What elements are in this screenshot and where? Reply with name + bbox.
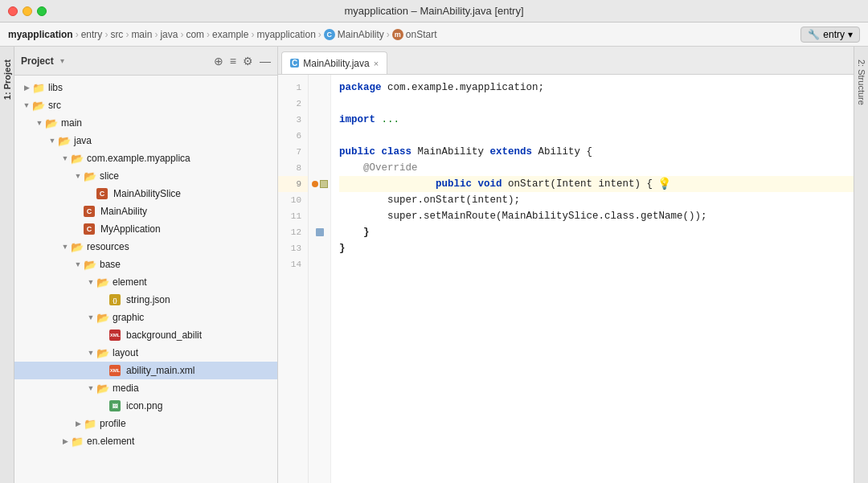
code-content[interactable]: package com.example.myapplication; impor… [331, 75, 854, 483]
tree-item-slice[interactable]: ▼ 📂 slice [14, 167, 277, 185]
gutter-row [309, 112, 330, 128]
tree-item-resources[interactable]: ▼ 📂 resources [14, 238, 277, 256]
lightbulb-icon[interactable]: 💡 [657, 176, 671, 192]
tree-arrow: ▼ [72, 260, 84, 268]
tree-item-stringjson[interactable]: {} string.json [14, 291, 277, 309]
panel-header: Project ▾ ⊕ ≡ ⚙ — [14, 47, 277, 76]
entry-button[interactable]: 🔧 entry ▾ [800, 27, 860, 43]
tree-label: com.example.myapplica [87, 153, 190, 164]
folder-icon: 📂 [84, 170, 96, 182]
tree-item-element[interactable]: ▼ 📂 element [14, 273, 277, 291]
breadcrumb: myapplication › entry › src › main › jav… [0, 23, 868, 47]
folder-icon: 📂 [84, 258, 96, 271]
tree-item-java[interactable]: ▼ 📂 java [14, 132, 277, 149]
tree-item-mainabilityslice[interactable]: C MainAbilitySlice [14, 185, 277, 203]
tree-label: resources [87, 241, 129, 252]
tree-item-com-example[interactable]: ▼ 📂 com.example.myapplica [14, 149, 277, 167]
breadcrumb-example[interactable]: example [212, 29, 248, 40]
line-num: 10 [278, 192, 308, 208]
tree-item-iconpng[interactable]: 🖼 icon.png [14, 397, 277, 415]
tree-item-media[interactable]: ▼ 📂 media [14, 379, 277, 397]
line-num: 12 [278, 224, 308, 240]
method-m-icon: m [392, 29, 403, 40]
line-num: 13 [278, 240, 308, 256]
close-panel-icon[interactable]: — [260, 55, 271, 68]
tree-label: src [48, 100, 61, 111]
tree-label: profile [100, 418, 126, 429]
tree-label: graphic [113, 312, 144, 323]
sidebar-tab-project[interactable]: 1: Project [1, 53, 14, 106]
gutter-row [309, 256, 330, 272]
tree-arrow: ▶ [21, 84, 32, 92]
png-file-icon: 🖼 [109, 400, 121, 411]
tree-arrow: ▼ [59, 243, 71, 251]
folder-icon: 📂 [96, 276, 109, 289]
code-line-11: super.setMainRoute(MainAbilitySlice.clas… [339, 208, 854, 224]
xml-file-icon: XML [109, 365, 121, 376]
tree-item-mainability[interactable]: C MainAbility [14, 203, 277, 220]
gutter-row [309, 224, 330, 240]
tree-label: MainAbility [100, 206, 147, 217]
tree-item-myapplication[interactable]: C MyApplication [14, 220, 277, 238]
gutter-row [309, 80, 330, 96]
breadcrumb-myapplication2[interactable]: myapplication [256, 29, 315, 40]
breadcrumb-src[interactable]: src [110, 29, 123, 40]
code-line-2 [339, 96, 854, 112]
tree-item-profile[interactable]: ▶ 📁 profile [14, 415, 277, 432]
tree-item-layout[interactable]: ▼ 📂 layout [14, 344, 277, 362]
tree-item-graphic[interactable]: ▼ 📂 graphic [14, 309, 277, 326]
tree-item-en-element[interactable]: ▶ 📁 en.element [14, 432, 277, 450]
gutter-row [309, 192, 330, 208]
breadcrumb-onstart[interactable]: onStart [406, 29, 437, 40]
tree-label: libs [48, 82, 63, 93]
tree-label: main [61, 117, 82, 129]
tree-item-background-abilit[interactable]: XML background_abilit [14, 326, 277, 344]
tab-close-icon[interactable]: × [374, 59, 379, 68]
breadcrumb-mainability[interactable]: MainAbility [338, 29, 384, 40]
tree-label: java [74, 135, 92, 146]
tree-label: MainAbilitySlice [113, 188, 181, 199]
sidebar-tab-structure[interactable]: 2: Structure [855, 53, 868, 112]
tree-item-main[interactable]: ▼ 📂 main [14, 114, 277, 132]
folder-icon: 📂 [58, 134, 71, 147]
line-num: 3 [278, 112, 308, 128]
collapse-icon[interactable]: ≡ [230, 55, 236, 68]
tree-arrow: ▶ [59, 437, 71, 445]
tree-arrow: ▼ [34, 119, 45, 127]
minimize-button[interactable] [23, 6, 32, 16]
tree-label: string.json [126, 294, 170, 305]
breadcrumb-java[interactable]: java [160, 29, 178, 40]
breadcrumb-main[interactable]: main [131, 29, 152, 40]
editor-gutter [309, 75, 331, 483]
tree-item-base[interactable]: ▼ 📂 base [14, 256, 277, 273]
line-num: 7 [278, 144, 308, 160]
tree-item-libs[interactable]: ▶ 📁 libs [14, 79, 277, 96]
panel-title: Project [21, 55, 54, 67]
breadcrumb-entry[interactable]: entry [81, 29, 103, 40]
editor-tabs: C MainAbility.java × [278, 47, 854, 75]
breadcrumb-com[interactable]: com [186, 29, 204, 40]
java-file-icon: C [84, 223, 95, 235]
maximize-button[interactable] [37, 6, 47, 16]
editor-panel: C MainAbility.java × 1 2 3 6 7 8 9 10 11… [278, 47, 854, 483]
code-line-1: package com.example.myapplication; [339, 80, 854, 96]
close-button[interactable] [8, 6, 18, 16]
gutter-row-breakpoint[interactable] [309, 176, 330, 192]
settings-icon[interactable]: ⚙ [243, 55, 253, 68]
tree-item-src[interactable]: ▼ 📂 src [14, 96, 277, 114]
tree-label: background_abilit [126, 330, 202, 341]
line-num: 9 [278, 176, 308, 192]
tree-item-ability-main[interactable]: XML ability_main.xml [14, 362, 277, 379]
editor-tab-mainability[interactable]: C MainAbility.java × [281, 51, 387, 74]
code-line-7: public class MainAbility extends Ability… [339, 144, 854, 160]
breadcrumb-myapplication[interactable]: myapplication [8, 29, 73, 40]
breakpoint-dot[interactable] [312, 181, 318, 187]
line-num: 6 [278, 128, 308, 144]
gutter-row [309, 128, 330, 144]
panel-dropdown-icon[interactable]: ▾ [60, 56, 64, 65]
locate-icon[interactable]: ⊕ [214, 55, 223, 68]
code-editor: 1 2 3 6 7 8 9 10 11 12 13 14 [278, 75, 854, 483]
gutter-row [309, 96, 330, 112]
fold-icon[interactable] [316, 228, 324, 236]
folder-icon: 📁 [84, 417, 96, 430]
